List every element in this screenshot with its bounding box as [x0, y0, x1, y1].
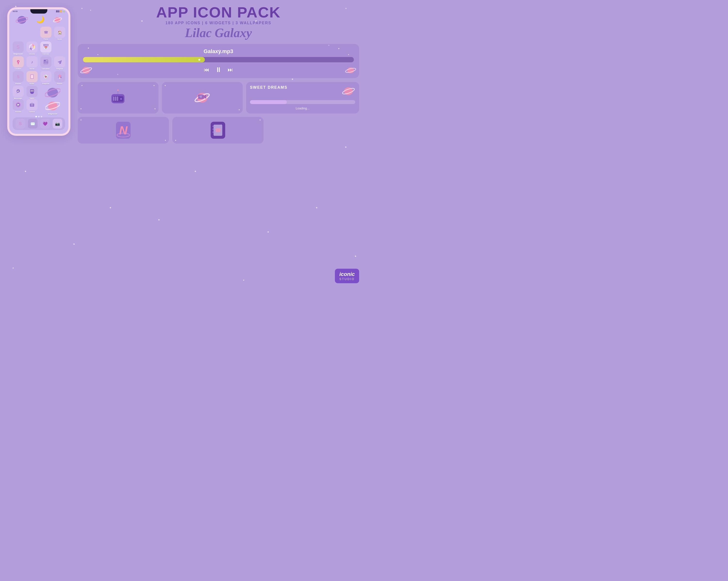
snapchat-label: Snapchat: [42, 83, 49, 84]
calculator-icon: [40, 56, 51, 67]
svg-point-43: [58, 76, 59, 77]
phone-deco-row: 🌙: [11, 15, 66, 25]
svg-text:☎: ☎: [215, 128, 221, 133]
netflix-widget: ✦ ✦ N: [78, 117, 169, 143]
pause-button[interactable]: ⏸: [215, 66, 222, 74]
app-item-youtube[interactable]: Youtube: [11, 99, 25, 115]
svg-rect-96: [213, 132, 214, 133]
svg-rect-24: [46, 62, 47, 62]
main-title: APP ICON PACK: [78, 5, 359, 20]
svg-text:S: S: [17, 75, 19, 79]
photos-label: Photos: [57, 83, 62, 84]
camera-icon: [26, 99, 37, 110]
phonebook-icon: ✦ ✦ ✦ ☎: [211, 122, 225, 139]
dream-planet: [342, 85, 355, 97]
phonebook-widget: ✦ ✦ ✦ ✦ ✦ ☎: [172, 117, 263, 143]
right-panel: APP ICON PACK 180 APP ICONS | 6 WIDGETS …: [78, 5, 359, 286]
kindle-icon: [26, 71, 37, 82]
phone-icon: ☎: [40, 27, 51, 38]
app-item-calculator[interactable]: Calculator: [39, 56, 52, 70]
netflix-icon: N: [116, 122, 131, 139]
messenger-label: Messenger: [14, 98, 22, 99]
app-item-calendar[interactable]: DECEMBER 📅 Calendar: [39, 42, 52, 55]
chrome-label: Chrome: [29, 53, 35, 55]
app-item-messenger[interactable]: Messenger: [11, 86, 25, 99]
app-grid-1: ☎ Phone 🏠 Home: [11, 27, 66, 40]
shazam-icon: S: [12, 71, 24, 82]
dock-shazam[interactable]: S: [16, 119, 25, 129]
music-fill: [83, 57, 205, 62]
app-grid-row2: S Widgetsmith: [11, 42, 66, 55]
dream-widget: ✦ ✦ ✦ SWEET DREAMS Loading...: [246, 82, 359, 113]
app-item-shazam[interactable]: S Shazam: [11, 71, 25, 84]
telegram-label: Telegram: [56, 68, 63, 70]
photos-icon: [54, 71, 65, 82]
svg-point-41: [59, 78, 60, 79]
svg-point-76: [121, 99, 122, 100]
iconic-studio-logo: iconic STUDIO: [335, 269, 359, 283]
svg-point-42: [58, 77, 59, 78]
tiktok-icon: ♪: [26, 56, 37, 67]
icon-row-bottom: ✦ ✦ N ✦ ✦ ✦ ✦ ✦: [78, 117, 263, 143]
svg-rect-71: [113, 96, 114, 101]
svg-rect-33: [31, 75, 33, 78]
svg-rect-60: [31, 103, 33, 104]
svg-text:DECEMBER: DECEMBER: [43, 45, 49, 46]
app-item-telegram[interactable]: Telegram: [53, 56, 66, 70]
moon-deco: 🌙: [36, 16, 45, 24]
kindle-label: kindle: [30, 83, 34, 84]
svg-rect-95: [213, 129, 214, 130]
app-item-kindle[interactable]: kindle: [25, 71, 38, 84]
messenger-icon: [12, 86, 24, 97]
app-item-ws2: Widgetsmith: [39, 99, 66, 115]
app-item-twitch[interactable]: Twitch: [25, 86, 38, 99]
music-progress-bar[interactable]: ★: [83, 57, 354, 62]
svg-text:☎: ☎: [44, 30, 48, 34]
widgetsmith-label: Widgetsmith: [14, 53, 23, 55]
iconic-text: iconic: [339, 271, 355, 277]
app-item-snapchat[interactable]: 👻 Snapchat: [39, 71, 52, 84]
phone-screen: 🌙 ☎ Phone: [9, 9, 69, 134]
calendar-label: Calendar: [43, 53, 49, 55]
phone-dock: S ✉️ 💜 📷: [12, 117, 65, 130]
svg-text:📅: 📅: [44, 46, 48, 50]
svg-rect-48: [30, 89, 34, 93]
svg-point-39: [60, 76, 61, 77]
dream-loading: Loading...: [250, 107, 355, 110]
svg-point-78: [117, 89, 119, 91]
app-item-camera[interactable]: Camera: [25, 99, 38, 115]
app-grid-row4: S Shazam kindle 👻: [11, 71, 66, 84]
svg-rect-25: [47, 62, 48, 62]
app-grid-row5: Messenger Twitch: [11, 86, 66, 99]
app-item-phone[interactable]: ☎ Phone: [39, 27, 52, 40]
phone-mockup: 11:11 ▐▐▐ 📶 🔋 🌙: [7, 7, 70, 136]
app-item-location[interactable]: Location: [11, 56, 25, 70]
music-widget: ✦ ✦ ✦ ✦ Galaxy.mp3 ★ ⏮ ⏸ ⏭: [78, 44, 359, 78]
dock-mail[interactable]: ✉️: [28, 119, 37, 129]
subtitle: 180 APP ICONS | 6 WIDGETS | 3 WALLPAPERS: [78, 21, 359, 25]
app-grid-row6: Youtube Camera: [11, 99, 66, 115]
calculator-label: Calculator: [42, 68, 50, 70]
app-item-widgetsmith[interactable]: S Widgetsmith: [11, 42, 25, 55]
calendar-icon: DECEMBER 📅: [40, 42, 51, 53]
planet-pink-large: [45, 99, 60, 112]
planet-deco: [16, 15, 28, 25]
dock-insta[interactable]: 📷: [53, 119, 62, 129]
app-item-planet2: [39, 86, 66, 99]
phone-time: 11:11: [12, 10, 18, 12]
app-item-home[interactable]: 🏠 Home: [53, 27, 66, 40]
app-item-photos[interactable]: Photos: [53, 71, 66, 84]
prev-button[interactable]: ⏮: [204, 67, 209, 73]
dream-progress-bar: [250, 100, 355, 104]
dock-heart[interactable]: 💜: [40, 119, 50, 129]
pink-planet-deco: [53, 16, 62, 24]
next-button[interactable]: ⏭: [228, 67, 233, 73]
app-item-chrome[interactable]: Chrome: [25, 42, 38, 55]
app-item-tiktok[interactable]: ♪ TikTok: [25, 56, 38, 70]
youtube-icon: [12, 99, 24, 110]
svg-point-83: [200, 96, 202, 98]
music-planet-left: [80, 65, 92, 76]
svg-point-17: [18, 61, 19, 62]
widgets-row: ✦ ✦ ✦ ✦ ✦ ✦: [78, 82, 359, 113]
video-icon: [193, 89, 211, 106]
